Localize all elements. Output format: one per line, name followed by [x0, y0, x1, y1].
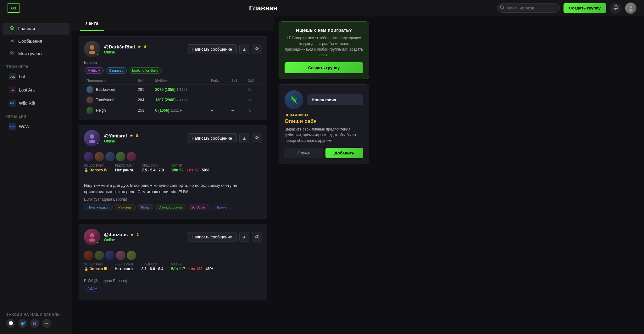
- char-name-reign: Reign: [84, 105, 136, 116]
- add-button[interactable]: Добавить: [325, 148, 363, 158]
- sidebar-label-my-groups: Мои группы: [18, 51, 42, 56]
- tag-guild: Looking for Guild: [129, 67, 162, 74]
- copy-icon-3[interactable]: ⧉: [248, 108, 251, 113]
- sidebar-item-wow[interactable]: WoW WoW: [3, 120, 69, 133]
- add-user-button-dark3nrhal[interactable]: [252, 44, 262, 54]
- message-button-juuzous[interactable]: Написать сообщение: [187, 232, 237, 242]
- promo-text: LF.Group поможет тебе найти подходящих л…: [285, 35, 363, 58]
- player-actions-yanisraf: Написать сообщение ▲: [187, 133, 262, 143]
- online-dot-dark3nrhal: [97, 53, 100, 57]
- sidebar-item-my-groups[interactable]: Мои группы: [3, 48, 69, 60]
- flexq-stat: FlexQ Ранг Нет ранга: [115, 164, 134, 172]
- sidebar-label-messages: Сообщения: [18, 39, 42, 44]
- tags-row-yanisraf: Полу-хардкор Ранкеды Клэш С микрофоном 2…: [84, 204, 262, 210]
- col-ilvl: ilvl: [136, 77, 153, 85]
- promo-title: Ищешь с кем поиграть?: [285, 27, 363, 33]
- message-icon: [9, 38, 15, 44]
- copy-icon-2[interactable]: ⧉: [248, 98, 251, 102]
- char-mythic-tombstone: 1307 (2968) 7/11 H: [153, 95, 208, 105]
- vk-icon[interactable]: В: [30, 319, 39, 328]
- stats-row-yanisraf: SoloQ Ранг 🥇 Золото IV FlexQ Ранг Нет ра…: [84, 164, 262, 172]
- player-status-yanisraf: Online: [104, 139, 183, 143]
- feature-card-top: 🦎 Новая фича: [285, 90, 363, 109]
- promo-create-group-button[interactable]: Создать группу: [285, 62, 363, 73]
- copy-icon[interactable]: ⧉: [248, 87, 251, 92]
- lost-ark-icon: LA: [9, 86, 16, 93]
- player-status-dark3nrhal: Online: [104, 50, 183, 54]
- collapse-button-yanisraf[interactable]: ▲: [239, 133, 249, 143]
- logo-icon: GG: [8, 3, 19, 13]
- later-button[interactable]: Позже: [285, 148, 323, 158]
- char-name-tombstone: Tom8stonë: [84, 95, 136, 105]
- col-3x3: 3x3: [246, 77, 262, 85]
- svg-point-19: [256, 235, 258, 237]
- lol-stats-juuzous: SoloQ Ранг 🥇 Золото III FlexQ Ранг Нет р…: [79, 248, 267, 279]
- twitter-icon[interactable]: 🐦: [18, 319, 27, 328]
- wow-icon: WoW: [9, 123, 16, 130]
- char-2x2-reign: –: [229, 105, 245, 116]
- player-card-yanisraf: @Yanisraf ★ 0 Online Написать сообщение …: [79, 125, 267, 219]
- svg-point-9: [256, 47, 258, 49]
- tag-semi-hard: Полу-хардкор: [84, 204, 113, 210]
- main-content: Лента @Dark3nRhal: [72, 16, 644, 334]
- app-logo: GG: [8, 3, 19, 13]
- wild-rift-icon: WR: [9, 100, 16, 107]
- char-2x2-blacksword: –: [229, 85, 245, 95]
- discord-icon[interactable]: 💬: [6, 319, 15, 328]
- user-avatar[interactable]: [625, 3, 636, 14]
- player-status-juuzous: Online: [104, 238, 183, 242]
- svg-point-3: [629, 9, 633, 12]
- champ-j3: [105, 251, 115, 260]
- add-user-button-yanisraf[interactable]: [252, 133, 262, 143]
- tag-ranked: Ранкеды: [115, 204, 136, 210]
- svg-point-13: [89, 140, 95, 143]
- sidebar-item-home[interactable]: Главная: [3, 23, 69, 35]
- player-actions-dark3nrhal: Написать сообщение ▲: [187, 44, 262, 54]
- tab-feed[interactable]: Лента: [80, 16, 104, 31]
- player-info-yanisraf: @Yanisraf ★ 0 Online: [104, 133, 183, 143]
- char-row-blacksword: Bläcksword 291 2075 (1855) 1/11 H – – ⧉: [84, 85, 262, 95]
- more-channels-icon[interactable]: •••: [42, 319, 51, 328]
- tag-mythic: Mythic +: [84, 67, 104, 74]
- message-button-yanisraf[interactable]: Написать сообщение: [187, 133, 237, 143]
- player-name-row-juuzous: @Juuzous ★ 1: [104, 232, 183, 237]
- svg-point-12: [90, 134, 94, 139]
- flexq-stat-j: FlexQ Ранг Нет ранга: [115, 263, 134, 271]
- col-chars: Персонажи: [84, 77, 136, 85]
- sidebar-item-lost-ark[interactable]: LA Lost Ark: [3, 84, 69, 96]
- my-games-label: Твои игры: [0, 60, 72, 70]
- champ-j5: [127, 251, 136, 260]
- notification-button[interactable]: [610, 3, 621, 14]
- region-dark3nrhal: Европа: [84, 60, 262, 65]
- bell-icon: [613, 5, 618, 11]
- char-3x3-tombstone: ⧉: [246, 95, 262, 105]
- collapse-button-juuzous[interactable]: ▲: [239, 232, 249, 242]
- feed-column: Лента @Dark3nRhal: [72, 16, 274, 334]
- sidebar-label-lost-ark: Lost Ark: [19, 87, 35, 92]
- search-input[interactable]: [497, 3, 560, 13]
- sidebar-item-messages[interactable]: Сообщения: [3, 35, 69, 47]
- svg-line-1: [503, 8, 504, 9]
- card-body-yanisraf: Ищу тиммейта для дуо. В основном конечно…: [79, 182, 267, 219]
- col-2x2: 2x2: [229, 77, 245, 85]
- collapse-button-dark3nrhal[interactable]: ▲: [239, 44, 249, 54]
- group-icon: [9, 51, 15, 57]
- soloq-stat-j: SoloQ Ранг 🥇 Золото III: [84, 263, 107, 271]
- message-button-dark3nrhal[interactable]: Написать сообщение: [187, 44, 237, 54]
- create-group-button[interactable]: Создать группу: [564, 3, 606, 13]
- tag-with-mic: С микрофоном: [155, 204, 186, 210]
- champ-icons-juuzous: [84, 251, 262, 260]
- header-right: Создать группу: [497, 3, 636, 14]
- add-user-button-juuzous[interactable]: [252, 232, 262, 242]
- player-card-header-yanisraf: @Yanisraf ★ 0 Online Написать сообщение …: [79, 125, 267, 149]
- app-body: Главная Сообщения Мои группы: [0, 16, 644, 334]
- search-icon: [500, 5, 504, 11]
- sidebar-label-wild-rift: Wild Rift: [19, 101, 35, 106]
- player-info-juuzous: @Juuzous ★ 1 Online: [104, 232, 183, 242]
- sidebar-item-lol[interactable]: LoL LoL: [3, 70, 69, 83]
- sidebar-item-wild-rift[interactable]: WR Wild Rift: [3, 97, 69, 109]
- card-text-yanisraf: Ищу тиммейта для дуо. В основном конечно…: [84, 182, 262, 195]
- player-avatar-yanisraf: [84, 130, 100, 146]
- page-title: Главная: [249, 4, 277, 12]
- char-name-blacksword: Bläcksword: [84, 85, 136, 95]
